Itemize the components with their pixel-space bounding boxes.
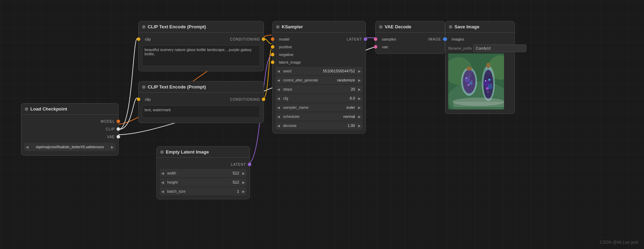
scheduler-param-row: ◀ scheduler normal ▶	[275, 112, 363, 121]
clip-text-negative-title: CLIP Text Encode (Prompt)	[148, 84, 206, 90]
scheduler-param-value: normal	[328, 114, 356, 119]
ksampler-node: KSampler model LATENT positive negative …	[272, 21, 366, 134]
scheduler-next-arrow[interactable]: ▶	[356, 112, 363, 121]
denoise-next-arrow[interactable]: ▶	[356, 121, 363, 130]
filename-prefix-label: filename_prefix	[448, 47, 472, 50]
vae-decode-header: VAE Decode	[376, 21, 445, 33]
load-checkpoint-body: MODEL CLIP VAE ◀ ckpt/majicmixRealistic_…	[21, 115, 118, 155]
vae-input-label: vae	[379, 45, 388, 49]
svg-point-8	[465, 77, 470, 83]
seed-next-arrow[interactable]: ▶	[356, 67, 363, 75]
sampler-prev-arrow[interactable]: ◀	[275, 103, 282, 112]
control-after-param-value: randomize	[328, 78, 356, 82]
sampler-param-name: sampler_name	[282, 105, 328, 109]
vae-decode-title: VAE Decode	[385, 24, 411, 29]
clip-input-label-neg: clip	[142, 97, 151, 101]
seed-param-value: 551061556544752	[314, 69, 356, 73]
clip-output-port	[117, 127, 120, 131]
seed-param-row: ◀ seed 551061556544752 ▶	[275, 67, 363, 75]
latent-output-label: LATENT	[231, 163, 246, 166]
conditioning-output-port-pos	[262, 37, 265, 41]
save-image-node: Save Image images filename_prefix	[445, 21, 515, 114]
conditioning-output-label-neg: CONDITIONING	[230, 98, 260, 101]
height-param-value: 512	[213, 180, 240, 184]
latent-image-input-port	[271, 61, 274, 64]
sampler-next-arrow[interactable]: ▶	[356, 103, 363, 112]
sampler-param-row: ◀ sampler_name euler ▶	[275, 103, 363, 112]
scheduler-prev-arrow[interactable]: ◀	[275, 112, 282, 121]
scheduler-param-name: scheduler	[282, 114, 328, 119]
checkpoint-next-arrow[interactable]: ▶	[109, 143, 116, 151]
node-status-dot-7	[449, 25, 452, 29]
height-param-name: height	[166, 180, 213, 184]
latent-ksampler-output-label: LATENT	[347, 37, 362, 41]
denoise-param-value: 1.00	[328, 123, 356, 128]
filename-prefix-input[interactable]	[473, 44, 526, 52]
vae-input-port	[374, 45, 377, 49]
svg-point-9	[469, 81, 473, 85]
seed-prev-arrow[interactable]: ◀	[275, 67, 282, 75]
batch-param-name: batch_size	[166, 189, 213, 193]
cfg-next-arrow[interactable]: ▶	[356, 94, 363, 102]
batch-prev-arrow[interactable]: ◀	[160, 187, 166, 195]
node-status-dot-6	[379, 25, 383, 29]
sampler-param-value: euler	[328, 105, 356, 109]
seed-param-name: seed	[282, 69, 314, 73]
save-image-body: images filename_prefix	[445, 33, 515, 114]
node-status-dot-5	[276, 25, 280, 29]
samples-input-label: samples	[379, 37, 396, 41]
checkpoint-prev-arrow[interactable]: ◀	[24, 143, 30, 151]
svg-point-25	[486, 63, 490, 68]
svg-point-21	[488, 79, 490, 81]
steps-prev-arrow[interactable]: ◀	[275, 85, 282, 93]
clip-input-port-pos	[137, 37, 140, 41]
svg-point-24	[488, 92, 489, 93]
steps-next-arrow[interactable]: ▶	[356, 85, 363, 93]
checkpoint-selector[interactable]: ◀ ckpt/majicmixRealistic_betterV6.safete…	[24, 143, 116, 151]
load-checkpoint-title: Load Checkpoint	[30, 106, 67, 112]
cfg-prev-arrow[interactable]: ◀	[275, 94, 282, 102]
height-prev-arrow[interactable]: ◀	[160, 178, 166, 186]
ksampler-title: KSampler	[282, 24, 303, 29]
control-next-arrow[interactable]: ▶	[356, 76, 363, 84]
positive-prompt-text[interactable]: beautiful scenery nature glass bottle la…	[142, 45, 260, 66]
cfg-param-value: 8.0	[328, 96, 356, 100]
clip-output-row: CLIP	[21, 125, 118, 133]
vae-output-label: VAE	[107, 135, 115, 139]
width-next-arrow[interactable]: ▶	[240, 169, 247, 177]
latent-output-port	[248, 163, 251, 166]
width-param-row: ◀ width 512 ▶	[160, 169, 247, 177]
vae-output-row: VAE	[21, 133, 118, 141]
save-image-title: Save Image	[454, 24, 480, 29]
images-input-label: images	[449, 37, 464, 41]
clip-text-positive-header: CLIP Text Encode (Prompt)	[139, 21, 264, 33]
width-prev-arrow[interactable]: ◀	[160, 169, 166, 177]
denoise-prev-arrow[interactable]: ◀	[275, 121, 282, 130]
clip-input-row-pos: clip CONDITIONING	[139, 35, 264, 43]
model-input-row: model LATENT	[273, 35, 365, 43]
control-after-param-name: control_after_generate	[282, 78, 328, 82]
batch-next-arrow[interactable]: ▶	[240, 187, 247, 195]
svg-point-23	[491, 84, 492, 85]
steps-param-value: 20	[328, 87, 356, 91]
ksampler-body: model LATENT positive negative latent_im…	[273, 33, 365, 133]
images-input-port	[444, 37, 447, 41]
negative-prompt-text[interactable]: text, watermark	[142, 105, 260, 118]
empty-latent-header: Empty Latent Image	[157, 147, 250, 158]
denoise-param-name: denoise	[282, 123, 328, 128]
model-output-port	[117, 120, 120, 123]
control-prev-arrow[interactable]: ◀	[275, 76, 282, 84]
negative-input-port	[271, 53, 274, 56]
filename-row: filename_prefix	[448, 44, 512, 52]
node-status-dot-4	[160, 150, 164, 154]
empty-latent-body: LATENT ◀ width 512 ▶ ◀ height 512 ▶ ◀ ba…	[157, 158, 250, 199]
height-next-arrow[interactable]: ▶	[240, 178, 247, 186]
svg-rect-27	[453, 102, 504, 107]
node-status-dot-3	[142, 85, 146, 89]
empty-latent-title: Empty Latent Image	[166, 149, 209, 155]
negative-input-label: negative	[276, 52, 294, 57]
positive-input-row: positive	[273, 43, 365, 51]
model-output-row: MODEL	[21, 118, 118, 125]
clip-text-positive-title: CLIP Text Encode (Prompt)	[148, 24, 206, 29]
load-checkpoint-header: Load Checkpoint	[21, 104, 118, 115]
